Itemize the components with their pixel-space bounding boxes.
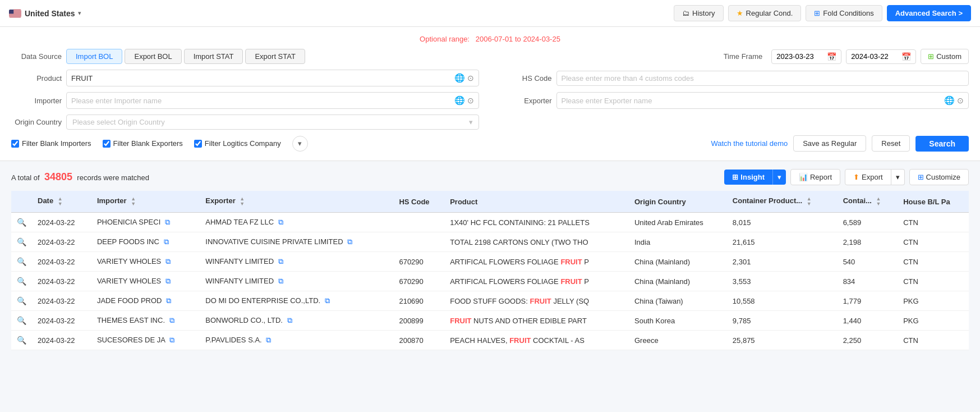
copy-importer-icon[interactable]: ⧉: [166, 296, 171, 305]
customize-icon: ⊞: [918, 173, 924, 181]
advanced-search-button[interactable]: Advanced Search >: [887, 5, 971, 21]
copy-exporter-icon[interactable]: ⧉: [266, 336, 271, 344]
row-search-icon[interactable]: 🔍: [17, 277, 26, 286]
cell-container: 834: [838, 272, 898, 291]
product-input-wrap[interactable]: 🌐 ⊙: [66, 70, 479, 86]
cell-container-product: 25,875: [727, 331, 838, 350]
th-container-product[interactable]: Container Product... ▲▼: [727, 191, 838, 213]
hs-code-input[interactable]: [562, 74, 964, 83]
row-search-icon[interactable]: 🔍: [17, 237, 26, 246]
search-button[interactable]: Search: [915, 136, 969, 152]
cell-container-product: 8,015: [727, 213, 838, 232]
cell-container-product: 9,785: [727, 311, 838, 331]
copy-importer-icon[interactable]: ⧉: [165, 218, 170, 226]
copy-exporter-icon[interactable]: ⧉: [347, 237, 352, 246]
hs-code-field: HS Code: [501, 70, 969, 86]
importer-translate-icon[interactable]: 🌐: [454, 95, 465, 106]
sort-container-icon[interactable]: ▲▼: [876, 196, 881, 207]
cell-hs-code: [393, 213, 444, 232]
tab-import-stat[interactable]: Import STAT: [184, 49, 243, 64]
th-exporter[interactable]: Exporter ▲▼: [200, 191, 393, 213]
origin-country-select[interactable]: Please select Origin Country ▾: [66, 115, 479, 130]
row-search-icon[interactable]: 🔍: [17, 296, 26, 305]
cell-house-bl: CTN: [898, 272, 969, 291]
copy-exporter-icon[interactable]: ⧉: [278, 257, 283, 265]
star-icon: ★: [737, 9, 743, 17]
filter-blank-importers[interactable]: Filter Blank Importers: [11, 139, 91, 148]
sort-importer-icon[interactable]: ▲▼: [131, 196, 136, 207]
importer-input[interactable]: [71, 97, 452, 105]
copy-importer-icon[interactable]: ⧉: [169, 316, 174, 324]
cell-product: FOOD STUFF GOODS: FRUIT JELLY (SQ: [444, 291, 629, 311]
copy-importer-icon[interactable]: ⧉: [169, 336, 174, 344]
tab-export-stat[interactable]: Export STAT: [245, 49, 305, 64]
reset-button[interactable]: Reset: [872, 135, 910, 152]
sort-date-icon[interactable]: ▲▼: [58, 196, 63, 207]
product-search-icon[interactable]: ⊙: [467, 74, 474, 83]
insight-button[interactable]: ⊞ Insight: [724, 170, 772, 185]
copy-exporter-icon[interactable]: ⧉: [278, 218, 283, 226]
exporter-translate-icon[interactable]: 🌐: [944, 95, 955, 106]
copy-exporter-icon[interactable]: ⧉: [278, 277, 283, 285]
save-as-regular-button[interactable]: Save as Regular: [793, 135, 866, 152]
tutorial-link[interactable]: Watch the tutorial demo: [711, 139, 788, 148]
row-search-icon[interactable]: 🔍: [17, 218, 26, 227]
th-container[interactable]: Contai... ▲▼: [838, 191, 898, 213]
row-search-icon[interactable]: 🔍: [17, 336, 26, 345]
copy-importer-icon[interactable]: ⧉: [165, 257, 171, 265]
export-button[interactable]: ⬆ Export: [845, 169, 891, 185]
exporter-search-icon[interactable]: ⊙: [957, 96, 964, 105]
filter-blank-importers-checkbox[interactable]: [11, 140, 19, 148]
cell-container: 1,779: [838, 291, 898, 311]
optional-range: Optional range: 2006-07-01 to 2024-03-25: [11, 35, 969, 43]
customize-button[interactable]: ⊞ Customize: [909, 169, 969, 185]
date-from-input[interactable]: [776, 52, 827, 61]
cell-importer: DEEP FOODS INC ⧉: [91, 232, 200, 252]
filter-blank-exporters[interactable]: Filter Blank Exporters: [103, 139, 183, 148]
cell-container: 6,589: [838, 213, 898, 232]
copy-importer-icon[interactable]: ⧉: [165, 277, 171, 285]
exporter-input-wrap[interactable]: 🌐 ⊙: [556, 92, 969, 109]
calendar-from-icon[interactable]: 📅: [827, 52, 836, 61]
tab-import-bol[interactable]: Import BOL: [66, 49, 122, 64]
th-origin-country[interactable]: Origin Country: [629, 191, 727, 213]
th-house-bl[interactable]: House B/L Pa: [898, 191, 969, 213]
insight-dropdown-button[interactable]: ▾: [772, 170, 786, 185]
tab-export-bol[interactable]: Export BOL: [125, 49, 181, 64]
hs-code-input-wrap[interactable]: [556, 71, 969, 86]
history-button[interactable]: 🗂 History: [674, 5, 723, 21]
date-to-input-wrap[interactable]: 📅: [846, 49, 916, 64]
highlight-text: FRUIT: [509, 336, 531, 345]
sort-container-product-icon[interactable]: ▲▼: [807, 196, 812, 207]
report-button[interactable]: 📊 Report: [790, 169, 840, 185]
row-search-icon[interactable]: 🔍: [17, 316, 26, 325]
country-name: United States: [25, 9, 75, 18]
fold-conditions-button[interactable]: ⊞ Fold Conditions: [806, 5, 882, 21]
custom-button[interactable]: ⊞ Custom: [921, 49, 969, 64]
expand-filters-button[interactable]: ▾: [292, 136, 308, 152]
th-date[interactable]: Date ▲▼: [32, 191, 91, 213]
filter-logistics-checkbox[interactable]: [194, 140, 202, 148]
th-hs-code[interactable]: HS Code: [393, 191, 444, 213]
importer-search-icon[interactable]: ⊙: [467, 96, 474, 105]
date-from-input-wrap[interactable]: 📅: [771, 49, 841, 64]
regular-cond-button[interactable]: ★ Regular Cond.: [728, 5, 802, 21]
exporter-input[interactable]: [562, 97, 942, 105]
th-importer[interactable]: Importer ▲▼: [91, 191, 200, 213]
cell-origin-country: United Arab Emirates: [629, 213, 727, 232]
filter-blank-exporters-checkbox[interactable]: [103, 140, 111, 148]
row-search-icon[interactable]: 🔍: [17, 257, 26, 266]
sort-exporter-icon[interactable]: ▲▼: [240, 196, 245, 207]
product-input[interactable]: [71, 74, 452, 83]
country-selector[interactable]: United States ▾: [9, 9, 81, 18]
importer-input-wrap[interactable]: 🌐 ⊙: [66, 92, 479, 109]
copy-exporter-icon[interactable]: ⧉: [287, 316, 292, 324]
filter-logistics-company[interactable]: Filter Logitics Company: [194, 139, 281, 148]
export-dropdown-button[interactable]: ▾: [891, 169, 905, 185]
date-to-input[interactable]: [851, 52, 901, 61]
translate-icon[interactable]: 🌐: [454, 73, 465, 83]
th-product[interactable]: Product: [444, 191, 629, 213]
copy-exporter-icon[interactable]: ⧉: [325, 296, 330, 305]
copy-importer-icon[interactable]: ⧉: [164, 237, 169, 246]
calendar-to-icon[interactable]: 📅: [901, 52, 911, 61]
